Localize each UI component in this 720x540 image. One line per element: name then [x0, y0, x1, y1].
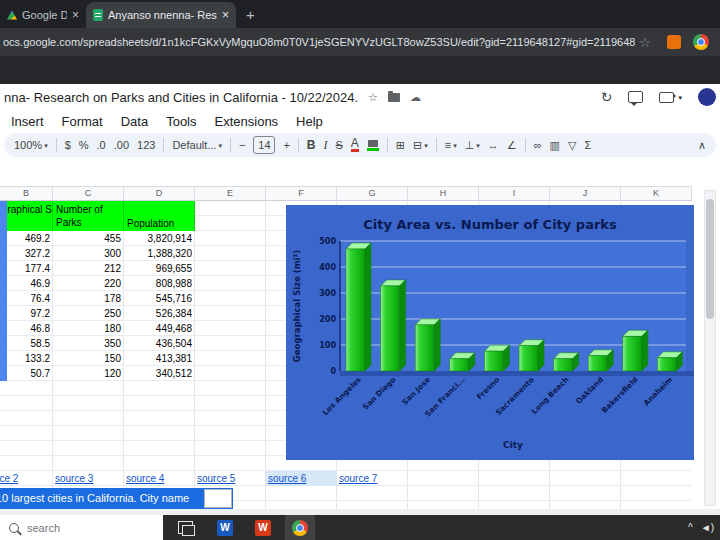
- table-row[interactable]: 469.24553,820,914: [0, 231, 195, 246]
- collapse-toolbar-icon[interactable]: ∧: [698, 139, 706, 152]
- increase-decimals-button[interactable]: .00: [114, 139, 129, 151]
- search-input[interactable]: [25, 521, 139, 535]
- fill-color-button[interactable]: [367, 140, 379, 151]
- source-cell[interactable]: source 7: [337, 471, 408, 486]
- cell-population[interactable]: 526,384: [124, 306, 195, 321]
- column-header[interactable]: I: [479, 187, 550, 200]
- insert-link-button[interactable]: ∞: [534, 139, 542, 151]
- cell-geographical-size[interactable]: 327.2: [0, 246, 53, 261]
- cell-population[interactable]: 413,381: [124, 351, 195, 366]
- cell-population[interactable]: 449,468: [124, 321, 195, 336]
- cell-number-of-parks[interactable]: 300: [53, 246, 124, 261]
- decrease-font-size-button[interactable]: −: [239, 139, 245, 151]
- vertical-align-button[interactable]: ⊥ ▾: [465, 139, 480, 152]
- document-title[interactable]: nna- Research on Parks and Cities in Cal…: [4, 90, 358, 105]
- cell-geographical-size[interactable]: 46.8: [0, 321, 53, 336]
- version-history-icon[interactable]: ↻: [601, 89, 613, 105]
- decrease-decimals-button[interactable]: .0: [97, 139, 106, 151]
- borders-button[interactable]: ⊞: [396, 139, 405, 152]
- cell-geographical-size[interactable]: 133.2: [0, 351, 53, 366]
- new-tab-button[interactable]: +: [246, 6, 255, 23]
- cell-population[interactable]: 969,655: [124, 261, 195, 276]
- source-cell[interactable]: source 4: [124, 471, 195, 486]
- chrome-app-button[interactable]: [285, 515, 315, 540]
- text-rotation-button[interactable]: ∠: [507, 139, 517, 152]
- cell-population[interactable]: 1,388,320: [124, 246, 195, 261]
- source-cell[interactable]: source 3: [53, 471, 124, 486]
- increase-font-size-button[interactable]: +: [283, 139, 289, 151]
- column-header[interactable]: J: [550, 187, 621, 200]
- column-header[interactable]: H: [408, 187, 479, 200]
- cell-geographical-size[interactable]: 46.9: [0, 276, 53, 291]
- strikethrough-button[interactable]: S: [336, 139, 343, 151]
- header-cell-number-of-parks[interactable]: Number of Parks: [53, 201, 124, 231]
- star-icon[interactable]: ☆: [368, 91, 378, 104]
- format-percent-button[interactable]: %: [79, 139, 89, 151]
- task-view-button[interactable]: [178, 521, 193, 534]
- chart[interactable]: 0100200300400500Los AngelesSan DiegoSan …: [286, 205, 694, 460]
- tab-sheets-doc[interactable]: Anyanso nnenna- Research on ×: [86, 2, 236, 28]
- meet-button[interactable]: ▾: [659, 92, 682, 103]
- cell-number-of-parks[interactable]: 455: [53, 231, 124, 246]
- cell-population[interactable]: 436,504: [124, 336, 195, 351]
- source-cell[interactable]: source 2: [0, 471, 53, 486]
- table-row[interactable]: 133.2150413,381: [0, 351, 195, 366]
- table-row[interactable]: 46.8180449,468: [0, 321, 195, 336]
- column-header[interactable]: E: [195, 187, 266, 200]
- address-bar[interactable]: ocs.google.com/spreadsheets/d/1n1kcFGKxV…: [0, 36, 635, 48]
- menu-tools[interactable]: Tools: [157, 114, 205, 129]
- cell-number-of-parks[interactable]: 120: [53, 366, 124, 381]
- user-avatar[interactable]: [698, 88, 716, 106]
- create-filter-button[interactable]: ▽: [568, 139, 576, 152]
- cell-population[interactable]: 545,716: [124, 291, 195, 306]
- cell-geographical-size[interactable]: 469.2: [0, 231, 53, 246]
- font-select[interactable]: Default... ▾: [172, 139, 222, 151]
- taskbar-search[interactable]: [0, 515, 163, 540]
- menu-data[interactable]: Data: [112, 114, 157, 129]
- header-cell-population[interactable]: Population: [124, 201, 195, 231]
- cell-number-of-parks[interactable]: 250: [53, 306, 124, 321]
- banner-cell[interactable]: 10 largest cities in California. City na…: [0, 488, 233, 509]
- cell-geographical-size[interactable]: 58.5: [0, 336, 53, 351]
- tab-google-drive[interactable]: Google Driv ×: [0, 2, 86, 28]
- volume-icon[interactable]: ◄): [701, 522, 714, 533]
- cell-geographical-size[interactable]: 177.4: [0, 261, 53, 276]
- source-link[interactable]: source 5: [197, 473, 235, 484]
- cell-number-of-parks[interactable]: 220: [53, 276, 124, 291]
- bookmark-star-icon[interactable]: ☆: [639, 35, 651, 50]
- menu-help[interactable]: Help: [287, 114, 332, 129]
- menu-extensions[interactable]: Extensions: [206, 114, 288, 129]
- scrollbar-thumb[interactable]: [706, 199, 714, 319]
- cell-population[interactable]: 340,512: [124, 366, 195, 381]
- comments-icon[interactable]: [628, 91, 643, 103]
- horizontal-align-button[interactable]: ≡ ▾: [445, 139, 457, 151]
- italic-button[interactable]: I: [324, 138, 328, 153]
- table-row[interactable]: 58.5350436,504: [0, 336, 195, 351]
- extension-icon[interactable]: [667, 35, 681, 49]
- cell-geographical-size[interactable]: 76.4: [0, 291, 53, 306]
- text-color-button[interactable]: A: [351, 138, 359, 152]
- word-app-icon[interactable]: W: [217, 520, 233, 536]
- column-header[interactable]: F: [266, 187, 337, 200]
- cell-population[interactable]: 808,988: [124, 276, 195, 291]
- active-cell[interactable]: [204, 489, 232, 508]
- source-cell[interactable]: source 6: [266, 471, 337, 486]
- cell-geographical-size[interactable]: 97.2: [0, 306, 53, 321]
- table-row[interactable]: 76.4178545,716: [0, 291, 195, 306]
- table-row[interactable]: 177.4212969,655: [0, 261, 195, 276]
- cell-number-of-parks[interactable]: 212: [53, 261, 124, 276]
- profile-avatar[interactable]: [693, 34, 709, 50]
- column-header[interactable]: G: [337, 187, 408, 200]
- cell-geographical-size[interactable]: 50.7: [0, 366, 53, 381]
- close-tab-icon[interactable]: ×: [222, 8, 229, 22]
- functions-button[interactable]: Σ: [584, 139, 591, 151]
- column-a-highlight[interactable]: [0, 201, 7, 381]
- format-currency-button[interactable]: $: [65, 139, 71, 151]
- column-header[interactable]: K: [621, 187, 692, 200]
- menu-insert[interactable]: Insert: [2, 114, 53, 129]
- font-size-input[interactable]: 14: [253, 136, 275, 154]
- column-header[interactable]: B: [0, 187, 53, 200]
- text-wrap-button[interactable]: ↔: [488, 139, 499, 151]
- cell-number-of-parks[interactable]: 178: [53, 291, 124, 306]
- source-link[interactable]: source 2: [0, 471, 18, 486]
